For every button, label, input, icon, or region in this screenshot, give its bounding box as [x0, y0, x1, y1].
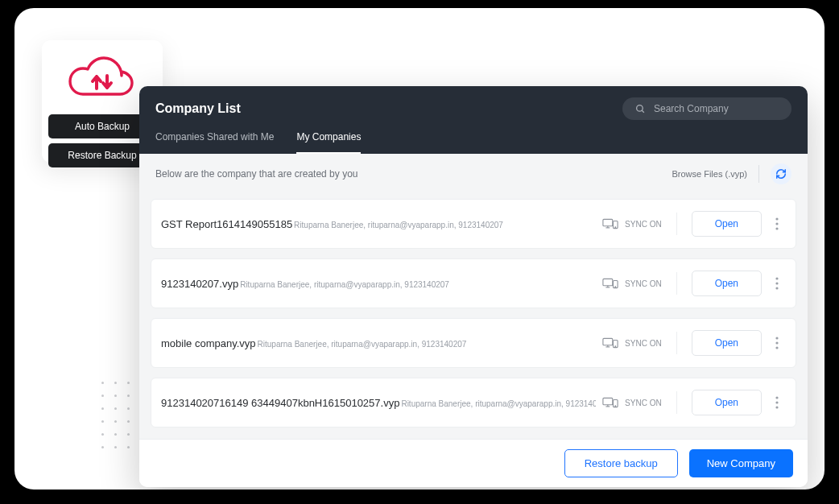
- more-vertical-icon: [775, 337, 779, 349]
- svg-point-8: [775, 222, 778, 225]
- svg-point-0: [637, 105, 643, 111]
- divider: [676, 391, 677, 414]
- company-name: 912314020716149 63449407kbnH1615010257.v…: [161, 397, 399, 409]
- sync-label: SYNC ON: [625, 279, 662, 288]
- svg-point-14: [615, 287, 616, 287]
- svg-rect-18: [603, 338, 613, 345]
- sync-status: SYNC ON: [602, 218, 662, 229]
- modal-footer: Restore backup New Company: [139, 439, 808, 487]
- svg-point-9: [775, 227, 778, 229]
- open-button[interactable]: Open: [692, 390, 762, 415]
- subtitle: Below are the company that are created b…: [155, 168, 358, 180]
- svg-point-23: [775, 337, 778, 339]
- more-button[interactable]: [768, 217, 786, 230]
- company-list-modal: Company List Search Company Companies Sh…: [139, 86, 808, 487]
- svg-point-7: [775, 217, 778, 220]
- sync-label: SYNC ON: [625, 220, 662, 229]
- company-meta: Rituparna Banerjee, rituparna@vyaparapp.…: [401, 399, 596, 408]
- devices-icon: [602, 397, 618, 408]
- company-row-main: mobile company.vyp Rituparna Banerjee, r…: [161, 337, 596, 349]
- sync-label: SYNC ON: [625, 399, 662, 407]
- svg-point-25: [775, 346, 778, 349]
- company-meta: Rituparna Banerjee, rituparna@vyaparapp.…: [294, 221, 503, 229]
- refresh-icon: [775, 168, 787, 180]
- open-button[interactable]: Open: [692, 211, 762, 237]
- sync-status: SYNC ON: [602, 397, 662, 408]
- company-row-main: 9123140207.vyp Rituparna Banerjee, ritup…: [161, 278, 596, 290]
- search-input[interactable]: Search Company: [622, 97, 791, 120]
- sync-status: SYNC ON: [602, 337, 662, 349]
- svg-line-1: [642, 110, 644, 113]
- more-vertical-icon: [775, 277, 779, 290]
- search-icon: [635, 104, 646, 114]
- svg-point-24: [775, 341, 778, 344]
- company-row: mobile company.vyp Rituparna Banerjee, r…: [151, 318, 796, 368]
- company-rows: GST Report1614149055185 Rituparna Banerj…: [139, 192, 808, 439]
- svg-rect-10: [603, 279, 613, 285]
- svg-rect-2: [603, 219, 613, 225]
- tab-shared[interactable]: Companies Shared with Me: [155, 131, 274, 154]
- search-placeholder: Search Company: [654, 103, 729, 114]
- devices-icon: [602, 337, 618, 349]
- more-vertical-icon: [775, 217, 779, 230]
- company-name: mobile company.vyp: [161, 337, 256, 349]
- more-button[interactable]: [768, 277, 786, 290]
- svg-point-22: [615, 346, 616, 347]
- company-row-main: 912314020716149 63449407kbnH1615010257.v…: [161, 397, 596, 409]
- svg-point-33: [775, 406, 778, 408]
- company-row: 9123140207.vyp Rituparna Banerjee, ritup…: [151, 258, 796, 308]
- svg-rect-26: [603, 398, 613, 404]
- sync-label: SYNC ON: [625, 339, 662, 348]
- company-meta: Rituparna Banerjee, rituparna@vyaparapp.…: [240, 280, 449, 289]
- browse-files-link[interactable]: Browse Files (.vyp): [672, 169, 747, 179]
- svg-point-32: [775, 401, 778, 403]
- company-name: GST Report1614149055185: [161, 218, 292, 230]
- company-row-main: GST Report1614149055185 Rituparna Banerj…: [161, 218, 596, 230]
- new-company-button[interactable]: New Company: [689, 449, 793, 477]
- cloud-backup-icon: [56, 55, 148, 101]
- refresh-button[interactable]: [771, 163, 791, 184]
- open-button[interactable]: Open: [692, 330, 762, 356]
- svg-point-30: [615, 406, 616, 407]
- company-row: 912314020716149 63449407kbnH1615010257.v…: [151, 378, 796, 428]
- tab-my-companies[interactable]: My Companies: [296, 131, 361, 154]
- company-row: GST Report1614149055185 Rituparna Banerj…: [151, 199, 796, 249]
- modal-title: Company List: [155, 101, 241, 116]
- svg-point-15: [775, 277, 778, 279]
- devices-icon: [602, 218, 618, 229]
- company-meta: Rituparna Banerjee, rituparna@vyaparapp.…: [258, 340, 467, 349]
- svg-point-31: [775, 396, 778, 399]
- restore-backup-footer-button[interactable]: Restore backup: [564, 449, 678, 477]
- more-vertical-icon: [775, 396, 779, 409]
- modal-header: Company List Search Company Companies Sh…: [139, 86, 808, 154]
- divider: [676, 272, 677, 295]
- open-button[interactable]: Open: [692, 271, 762, 296]
- company-name: 9123140207.vyp: [161, 278, 238, 290]
- toolbar: Below are the company that are created b…: [139, 154, 808, 192]
- svg-point-17: [775, 287, 778, 289]
- devices-icon: [602, 278, 618, 289]
- sync-status: SYNC ON: [602, 278, 662, 289]
- divider: [758, 165, 759, 183]
- svg-point-16: [775, 282, 778, 284]
- divider: [676, 332, 677, 354]
- stage: Auto Backup Restore Backup Company List …: [14, 8, 825, 490]
- svg-point-6: [615, 227, 616, 228]
- divider: [676, 213, 677, 235]
- more-button[interactable]: [768, 337, 786, 349]
- more-button[interactable]: [768, 396, 786, 409]
- tabs: Companies Shared with Me My Companies: [155, 131, 791, 154]
